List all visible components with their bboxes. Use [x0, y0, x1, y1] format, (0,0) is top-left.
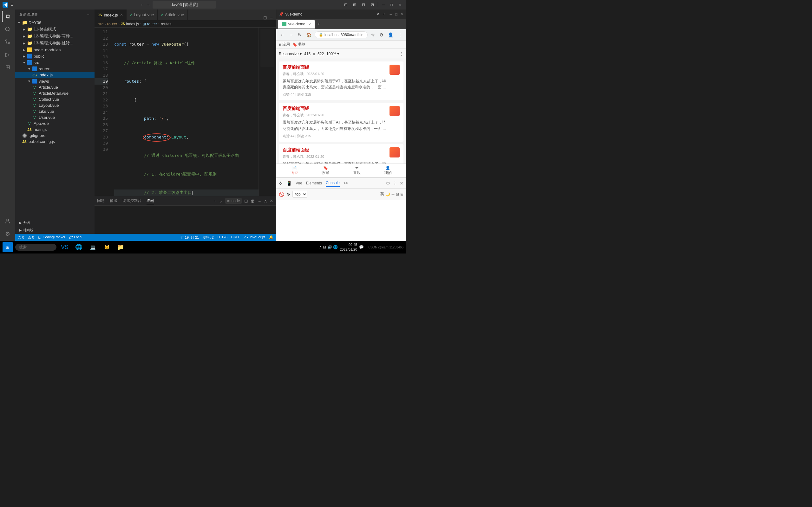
- devtools-tab-console[interactable]: Console: [326, 179, 340, 187]
- back-btn[interactable]: ←: [279, 31, 286, 39]
- panel-trash-btn[interactable]: 🗑: [251, 199, 255, 204]
- tab-close-btn[interactable]: ✕: [120, 13, 123, 17]
- status-warnings[interactable]: ⚠ 0: [28, 235, 34, 239]
- devtools-more-icon[interactable]: ⋮: [393, 181, 397, 186]
- panel-more-btn[interactable]: ···: [258, 199, 261, 204]
- devtools-settings-icon[interactable]: ⚙: [386, 181, 390, 186]
- tree-item-app-vue[interactable]: V App.vue: [15, 120, 95, 126]
- activity-settings[interactable]: ⚙: [2, 228, 13, 239]
- bookmark-shoucang[interactable]: 🔖 书签: [293, 42, 305, 47]
- taskbar-app-vscode2[interactable]: 💻: [87, 242, 98, 252]
- article-card-1[interactable]: 百度前端面经 青春，郭么哦 | 2022-01-20 虽然百度这几年发展势头落后…: [279, 61, 403, 100]
- panel-tab-output[interactable]: 输出: [110, 197, 117, 205]
- titlebar-forward[interactable]: →: [146, 2, 151, 7]
- sidebar-timeline[interactable]: ▶ 时间线: [15, 227, 95, 234]
- activity-account[interactable]: [2, 216, 13, 227]
- taskbar-app-vscode[interactable]: VS: [59, 242, 70, 252]
- editor-split-btn[interactable]: ⊡: [263, 15, 267, 20]
- height-value[interactable]: 522: [317, 52, 324, 56]
- tree-item-user-vue[interactable]: V User.vue: [15, 114, 95, 120]
- tree-item-article-vue[interactable]: V Article.vue: [15, 84, 95, 90]
- browser-more[interactable]: ⋮: [397, 31, 403, 39]
- browser-title-close[interactable]: ✕: [376, 12, 379, 16]
- devtools-context-select[interactable]: top: [293, 191, 307, 198]
- bottom-nav-wode[interactable]: 👤 我的: [384, 166, 392, 176]
- panel-expand-btn[interactable]: ∧: [264, 199, 267, 204]
- activity-extensions[interactable]: ⊞: [2, 61, 13, 73]
- breadcrumb-routes[interactable]: routes: [161, 22, 171, 26]
- home-btn[interactable]: 🏠: [305, 31, 313, 39]
- devtools-tab-elements[interactable]: Elements: [306, 180, 322, 187]
- panel-split-btn[interactable]: ⊡: [244, 199, 248, 204]
- devtools-inspect-icon[interactable]: ⊹: [279, 181, 283, 186]
- tab-layout-vue[interactable]: V Layout.vue: [126, 9, 158, 20]
- article-card-3[interactable]: 百度前端面经 青春，郭么哦 | 2022-01-20 虽然百度这几年发展势头落后…: [279, 144, 403, 164]
- bottom-nav-shoucang[interactable]: 🔖 收藏: [322, 166, 329, 176]
- panel-tab-problems[interactable]: 问题: [97, 197, 105, 205]
- panel-node-btn[interactable]: ⊳ node: [225, 198, 242, 204]
- browser-close[interactable]: ✕: [401, 12, 403, 16]
- tree-item-src[interactable]: ▼ 🟦 src: [15, 59, 95, 66]
- taskbar-start-btn[interactable]: ⊞: [3, 242, 13, 252]
- devtools-device-icon[interactable]: 📱: [287, 181, 292, 186]
- notification-icon[interactable]: 💬: [359, 245, 364, 249]
- menu-icon[interactable]: ≡: [11, 2, 13, 7]
- status-spaces[interactable]: 空格: 2: [203, 235, 213, 240]
- article-card-2[interactable]: 百度前端面经 青春，郭么哦 | 2022-01-20 虽然百度这几年发展势头落后…: [279, 103, 403, 141]
- browser-tab-close[interactable]: ✕: [308, 22, 311, 26]
- tree-item-articledetail-vue[interactable]: V ArticleDetail.vue: [15, 90, 95, 96]
- devtools-tab-more[interactable]: >>: [344, 180, 348, 187]
- sidebar-outline[interactable]: ▶ 大纲: [15, 219, 95, 227]
- browser-url-bar[interactable]: 🔒 localhost:8080/#/article: [315, 32, 368, 38]
- activity-run-debug[interactable]: ▷: [2, 49, 13, 60]
- panel-close-btn[interactable]: ✕: [270, 199, 273, 204]
- titlebar-search[interactable]: day06 [管理员]: [153, 1, 216, 9]
- status-errors[interactable]: ⓪ 0: [18, 235, 24, 240]
- close-btn[interactable]: ✕: [397, 2, 403, 8]
- breadcrumb-router[interactable]: router: [107, 22, 117, 26]
- panel-dropdown-btn[interactable]: ⌄: [219, 199, 223, 204]
- activity-search[interactable]: [2, 23, 13, 35]
- tree-item-collect-vue[interactable]: V Collect.vue: [15, 96, 95, 102]
- profile-icon[interactable]: 👤: [387, 31, 395, 39]
- code-content[interactable]: const router = new VueRouter({ // /artic…: [110, 27, 258, 196]
- extension-icon[interactable]: ⚙: [378, 31, 385, 39]
- browser-title-add[interactable]: +: [383, 12, 386, 16]
- activity-explorer[interactable]: ⧉: [2, 11, 13, 22]
- activity-source-control[interactable]: [2, 36, 13, 48]
- tree-item-babel-config[interactable]: JS babel.config.js: [15, 138, 95, 145]
- titlebar-back[interactable]: ←: [140, 2, 144, 7]
- layout-btn4[interactable]: ⊠: [369, 2, 376, 8]
- tree-item-11[interactable]: ▶ 📁 11-路由模式: [15, 26, 95, 33]
- taskbar-app-explorer[interactable]: 📁: [115, 242, 126, 252]
- tree-item-12[interactable]: ▶ 📁 12-编程式导航-两种...: [15, 33, 95, 40]
- browser-tab-vuedemo[interactable]: vue-demo ✕: [278, 20, 315, 29]
- zoom-value[interactable]: 100% ▾: [326, 52, 339, 56]
- panel-add-btn[interactable]: +: [214, 199, 216, 204]
- tree-item-router[interactable]: ▼ 🟦 router: [15, 66, 95, 72]
- width-value[interactable]: 415: [304, 52, 310, 56]
- panel-tab-debug-console[interactable]: 调试控制台: [122, 197, 142, 205]
- taskbar-app-github[interactable]: 🐱: [101, 242, 112, 252]
- breadcrumb-indexjs[interactable]: index.js: [126, 22, 139, 26]
- status-line-ending[interactable]: CRLF: [231, 235, 241, 240]
- layout-btn1[interactable]: ⊡: [342, 2, 349, 8]
- devtools-tab-vue[interactable]: Vue: [296, 180, 302, 187]
- devtools-clear-icon[interactable]: 🚫: [279, 192, 284, 197]
- panel-tab-terminal[interactable]: 终端: [147, 197, 154, 205]
- taskbar-search-input[interactable]: [15, 244, 56, 250]
- browser-minimize[interactable]: ─: [390, 12, 392, 16]
- devtools-filter-icon[interactable]: ⊘: [287, 192, 290, 196]
- tab-article-vue[interactable]: V Article.vue: [158, 9, 188, 20]
- tree-item-views[interactable]: ▼ 🟦 views: [15, 78, 95, 84]
- tree-item-like-vue[interactable]: V Like.vue: [15, 108, 95, 114]
- status-language[interactable]: JavaScript: [244, 235, 265, 240]
- editor-more-btn[interactable]: ···: [270, 15, 273, 20]
- devtools-toggle[interactable]: ⋮: [399, 51, 403, 56]
- minimize-btn[interactable]: ─: [380, 2, 387, 8]
- status-branch[interactable]: CodingTracker: [38, 235, 65, 239]
- layout-btn3[interactable]: ⊟: [360, 2, 367, 8]
- tree-item-index-js[interactable]: JS index.js: [15, 72, 95, 78]
- responsive-label[interactable]: Responsive ▾: [279, 52, 302, 56]
- status-encoding[interactable]: UTF-8: [217, 235, 227, 240]
